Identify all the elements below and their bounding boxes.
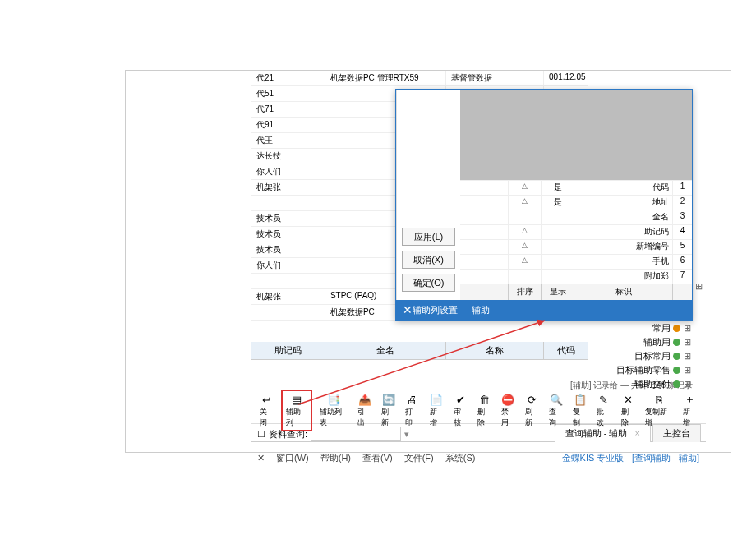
- dropdown-icon[interactable]: ▾: [404, 429, 409, 440]
- menu-view[interactable]: 查看(V): [362, 452, 393, 464]
- expand-icon[interactable]: ⊞: [683, 351, 691, 362]
- dlg-cancel-button[interactable]: 取消(X): [402, 251, 455, 269]
- tool-8[interactable]: ⛔禁用: [499, 392, 518, 429]
- tool-15[interactable]: 📑辅助列表: [317, 392, 350, 429]
- tool-5-label: 复制: [573, 407, 587, 428]
- tool-16[interactable]: ▤辅助列: [281, 390, 312, 431]
- titlebar-close[interactable]: ✕: [257, 453, 265, 464]
- tool-9-label: 删除: [477, 407, 491, 428]
- col-memo[interactable]: 助记码: [251, 342, 325, 359]
- tool-3-label: 删除: [621, 407, 635, 428]
- tool-4-icon: ✎: [597, 393, 611, 406]
- tool-2-icon: ⎘: [652, 393, 666, 406]
- dlg-apply-button[interactable]: 应用(L): [402, 228, 455, 246]
- column-settings-dialog: 标识 显示 排序 1代码是△2地址是△3全名4助记码△5新增编号△6手机△7附加…: [395, 89, 693, 321]
- tool-7-label: 刷新: [525, 407, 539, 428]
- col-name[interactable]: 名称: [445, 342, 543, 359]
- tool-11[interactable]: 📄新增: [427, 392, 446, 429]
- dlg-grid-header: 标识 显示 排序: [460, 284, 692, 300]
- tab-close-icon[interactable]: ×: [635, 428, 640, 438]
- dlg-col-show: 显示: [541, 284, 574, 300]
- tool-9-icon: 🗑: [477, 393, 491, 406]
- tool-1[interactable]: ＋新增: [680, 392, 699, 429]
- tree-label: 辅助用: [643, 336, 671, 348]
- menu-window[interactable]: 窗口(W): [276, 452, 309, 464]
- dlg-row[interactable]: 2地址是△: [460, 195, 692, 210]
- tree-item-2[interactable]: ⊞常用: [594, 321, 703, 335]
- dlg-row[interactable]: 7附加郑: [460, 269, 692, 284]
- tree-label: 辅助交付: [634, 378, 671, 390]
- tree-item-5[interactable]: ⊞目标辅助零售: [594, 363, 703, 377]
- table-row[interactable]: 001.12.05基督管数据机架数据PC 管理RTX59代21: [251, 71, 588, 86]
- tab-main-label: 主控台: [663, 428, 690, 438]
- tab-query-label: 查询辅助 - 辅助: [565, 428, 628, 438]
- dlg-close-icon[interactable]: ✕: [403, 303, 413, 316]
- dlg-row[interactable]: 5新增编号△: [460, 239, 692, 254]
- dot-icon: [673, 339, 680, 346]
- dlg-row[interactable]: 4助记码△: [460, 224, 692, 239]
- tool-10[interactable]: ✔审核: [451, 392, 470, 429]
- tool-7[interactable]: ⟳刷新: [523, 392, 542, 429]
- tool-15-icon: 📑: [327, 393, 340, 406]
- col-code[interactable]: 代码: [543, 342, 588, 359]
- expand-icon[interactable]: ⊞: [683, 337, 691, 348]
- tree-label: 常用: [652, 322, 671, 334]
- tool-8-label: 禁用: [501, 407, 515, 428]
- expand-icon[interactable]: ⊞: [683, 365, 691, 376]
- tool-15-label: 辅助列表: [320, 407, 348, 428]
- expand-icon[interactable]: ⊞: [683, 379, 691, 390]
- tool-1-icon: ＋: [683, 393, 696, 406]
- dlg-col-name: 标识: [574, 284, 672, 300]
- dlg-col-no: [672, 284, 692, 300]
- dlg-grid-body: 1代码是△2地址是△3全名4助记码△5新增编号△6手机△7附加郑: [460, 180, 692, 284]
- grid-header: 代码 名称 全名 助记码: [251, 342, 588, 360]
- app-window: 金蝶KIS 专业版 - [查询辅助 - 辅助] 系统(S) 文件(F) 查看(V…: [125, 70, 731, 453]
- dot-icon: [673, 367, 680, 374]
- dlg-button-panel: 确定(O) 取消(X) 应用(L): [396, 90, 460, 300]
- dot-icon: [673, 353, 680, 360]
- dot-icon: [673, 380, 680, 388]
- tool-8-icon: ⛔: [501, 393, 514, 406]
- tool-3-icon: ✕: [621, 393, 634, 406]
- tool-1-label: 新增: [683, 407, 697, 428]
- tree-label: 目标辅助零售: [616, 364, 671, 376]
- tree-item-6[interactable]: ⊞辅助交付: [594, 377, 703, 391]
- dlg-row[interactable]: 1代码是△: [460, 180, 692, 195]
- dlg-title-text: 辅助列设置 — 辅助: [413, 304, 685, 316]
- tool-2-label: 复制新增: [645, 407, 673, 428]
- tool-11-icon: 📄: [430, 393, 443, 406]
- menu-help[interactable]: 帮助(H): [320, 452, 351, 464]
- tool-11-label: 新增: [430, 407, 444, 428]
- dlg-row[interactable]: 6手机△: [460, 254, 692, 269]
- app-title: 金蝶KIS 专业版 - [查询辅助 - 辅助]: [562, 452, 699, 464]
- tool-12[interactable]: 🖨打印: [403, 392, 422, 429]
- menu-file[interactable]: 文件(F): [404, 452, 434, 464]
- tool-17[interactable]: ↩关闭: [257, 392, 276, 429]
- tool-14[interactable]: 📤引出: [355, 392, 374, 429]
- tool-13[interactable]: 🔄刷新: [379, 392, 398, 429]
- tree-label: 目标常用: [634, 350, 671, 362]
- tool-5-icon: 📋: [574, 393, 587, 406]
- tool-3[interactable]: ✕删除: [619, 392, 638, 429]
- dlg-col-sort: 排序: [508, 284, 541, 300]
- col-full[interactable]: 全名: [325, 342, 445, 359]
- dot-icon: [673, 325, 680, 332]
- expand-icon[interactable]: ⊞: [694, 281, 703, 292]
- tool-16-icon: ▤: [290, 393, 303, 406]
- tree-item-3[interactable]: ⊞辅助用: [594, 335, 703, 349]
- expand-icon[interactable]: ⊞: [683, 323, 691, 334]
- tool-7-icon: ⟳: [526, 393, 539, 406]
- dlg-ok-button[interactable]: 确定(O): [402, 274, 455, 292]
- dlg-row[interactable]: 3全名: [460, 210, 692, 224]
- tool-4-label: 批改: [597, 407, 611, 428]
- tree-item-4[interactable]: ⊞目标常用: [594, 349, 703, 363]
- tool-2[interactable]: ⎘复制新增: [643, 392, 675, 429]
- tool-5[interactable]: 📋复制: [570, 392, 589, 429]
- menu-sys[interactable]: 系统(S): [445, 452, 476, 464]
- tool-9[interactable]: 🗑删除: [475, 392, 494, 429]
- tool-14-label: 引出: [357, 407, 371, 428]
- tool-4[interactable]: ✎批改: [594, 392, 613, 429]
- tool-6[interactable]: 🔍查询: [546, 392, 565, 429]
- dlg-spacer: [460, 90, 692, 180]
- search-icon: ☐: [257, 429, 265, 440]
